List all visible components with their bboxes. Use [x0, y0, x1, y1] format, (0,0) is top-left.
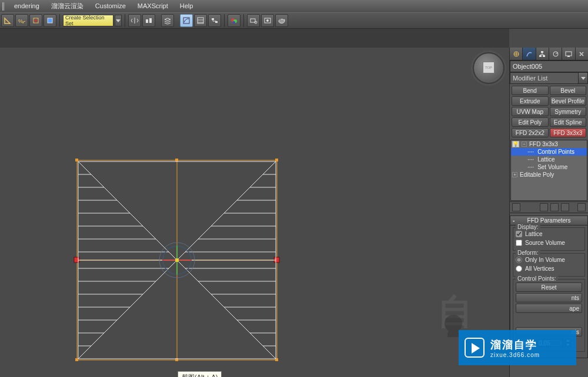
svg-rect-68	[539, 55, 542, 57]
stack-lattice[interactable]: ····Lattice	[511, 156, 587, 163]
ffd-parameters-rollup: - FFD Parameters Display: Lattice Source…	[510, 216, 588, 358]
mod-ffd-3x3x3[interactable]: FFD 3x3x3	[550, 128, 587, 137]
menu-customize[interactable]: Customize	[89, 0, 132, 12]
selection-set-dropdown[interactable]	[115, 15, 122, 26]
menu-bar: endering 溜溜云渲染 Customize MAXScript Help	[0, 0, 588, 12]
tab-create[interactable]	[510, 48, 523, 60]
tab-display[interactable]	[562, 48, 575, 60]
object-name-row	[510, 60, 588, 72]
snap-angle-icon[interactable]	[1, 14, 14, 27]
animate-button-truncated[interactable]: nts	[516, 293, 582, 302]
offset-spinner-row: Offset : ▲▼	[516, 338, 582, 348]
lattice-checkbox[interactable]: Lattice	[516, 230, 582, 238]
mod-uvw-map[interactable]: UVW Map	[512, 107, 549, 116]
svg-rect-24	[75, 358, 78, 361]
deform-group: Deform: Only In Volume All Vertices	[513, 253, 585, 277]
schematic-view-icon[interactable]	[208, 14, 221, 27]
all-vertices-radio[interactable]: All Vertices	[516, 264, 582, 273]
modifier-list-dropdown[interactable]: Modifier List	[510, 72, 588, 84]
svg-point-11	[233, 21, 235, 23]
mod-bevel[interactable]: Bevel	[550, 86, 587, 95]
selection-set-input[interactable]: Create Selection Set	[63, 15, 113, 26]
command-panel-tabs	[510, 48, 588, 60]
render-frame-icon[interactable]	[261, 14, 274, 27]
viewport[interactable]: TOP 截图(Alt + A)	[0, 48, 509, 377]
stack-toggle-icon[interactable]: 💡	[512, 141, 519, 147]
svg-text:%: %	[18, 18, 23, 24]
view-cube-face[interactable]: TOP	[483, 62, 495, 73]
tab-utilities[interactable]	[576, 48, 588, 60]
svg-rect-3	[146, 19, 148, 23]
tab-motion[interactable]	[549, 48, 562, 60]
viewport-canvas[interactable]	[0, 48, 509, 376]
conform-button-truncated[interactable]: ape	[516, 304, 582, 313]
render-icon[interactable]	[275, 14, 288, 27]
menu-cloudrender[interactable]: 溜溜云渲染	[45, 0, 89, 12]
separator	[224, 14, 225, 27]
make-unique-icon[interactable]	[550, 203, 559, 211]
truncated-button[interactable]: nts	[516, 327, 582, 336]
configure-sets-icon[interactable]	[577, 203, 586, 211]
workspace: TOP 截图(Alt + A) Modifier List Bend Bevel…	[0, 29, 588, 377]
remove-modifier-icon[interactable]	[561, 203, 569, 211]
mod-edit-spline[interactable]: Edit Spline	[550, 117, 587, 127]
control-points-group-label: Control Points:	[516, 275, 558, 282]
pin-stack-icon[interactable]	[512, 203, 520, 211]
material-editor-icon[interactable]	[228, 14, 240, 27]
mod-edit-poly[interactable]: Edit Poly	[512, 117, 549, 127]
only-in-volume-radio[interactable]: Only In Volume	[516, 255, 582, 264]
svg-rect-21	[75, 159, 78, 161]
collapse-icon[interactable]: −	[522, 142, 527, 147]
svg-rect-22	[175, 159, 178, 161]
stack-ffd3x3x3[interactable]: 💡 − FFD 3x3x3	[511, 140, 587, 148]
modifier-buttons: Bend Bevel Extrude Bevel Profile UVW Map…	[510, 84, 588, 139]
mod-bend[interactable]: Bend	[512, 86, 549, 95]
dope-sheet-icon[interactable]	[194, 14, 207, 27]
view-cube[interactable]: TOP	[473, 52, 505, 84]
edged-faces-icon[interactable]	[44, 14, 56, 27]
collapse-icon[interactable]: +	[512, 172, 517, 177]
mod-extrude[interactable]: Extrude	[512, 96, 549, 106]
separator	[243, 14, 244, 27]
menu-rendering[interactable]: endering	[8, 0, 45, 12]
mod-symmetry[interactable]: Symmetry	[550, 107, 587, 116]
stack-editable-poly[interactable]: + Editable Poly	[511, 171, 587, 179]
tab-hierarchy[interactable]	[536, 48, 549, 60]
deform-group-label: Deform:	[516, 250, 540, 256]
display-group: Display: Lattice Source Volume	[513, 227, 585, 251]
separator	[125, 14, 125, 27]
menu-maxscript[interactable]: MAXScript	[132, 0, 174, 12]
stack-set-volume[interactable]: ····Set Volume	[511, 163, 587, 171]
spinner-snap-icon[interactable]	[29, 14, 42, 27]
svg-rect-71	[566, 52, 572, 56]
layers-icon[interactable]	[161, 14, 174, 27]
viewport-header-strip	[0, 29, 509, 48]
modifier-list-label: Modifier List	[513, 75, 547, 82]
display-group-label: Display:	[516, 224, 540, 230]
svg-rect-17	[279, 19, 281, 20]
tab-modify[interactable]	[523, 48, 536, 60]
align-icon[interactable]	[142, 14, 155, 27]
svg-rect-67	[541, 51, 543, 53]
stack-tools	[510, 201, 588, 213]
command-panel: Modifier List Bend Bevel Extrude Bevel P…	[509, 48, 588, 377]
main-toolbar: % Create Selection Set	[0, 12, 588, 29]
separator	[59, 14, 60, 27]
curve-editor-icon[interactable]	[180, 14, 193, 27]
source-volume-checkbox[interactable]: Source Volume	[516, 238, 582, 247]
reset-button[interactable]: Reset	[516, 282, 582, 292]
snap-percent-icon[interactable]: %	[15, 14, 28, 27]
offset-input[interactable]	[537, 339, 563, 347]
menu-help[interactable]: Help	[174, 0, 199, 12]
mirror-icon[interactable]	[128, 14, 141, 27]
stack-control-points[interactable]: ····Control Points	[511, 148, 587, 156]
show-end-result-icon[interactable]	[540, 203, 548, 211]
modifier-stack[interactable]: 💡 − FFD 3x3x3 ····Control Points ····Lat…	[510, 140, 587, 201]
offset-spinner-buttons[interactable]: ▲▼	[565, 339, 571, 347]
mod-bevel-profile[interactable]: Bevel Profile	[550, 96, 587, 106]
screenshot-tooltip: 截图(Alt + A)	[178, 371, 222, 377]
object-name-input[interactable]	[510, 60, 588, 72]
control-points-group: Control Points: Reset nts ape nts Offset…	[513, 279, 585, 352]
render-setup-icon[interactable]	[247, 14, 260, 27]
mod-ffd-2x2x2[interactable]: FFD 2x2x2	[512, 128, 549, 137]
